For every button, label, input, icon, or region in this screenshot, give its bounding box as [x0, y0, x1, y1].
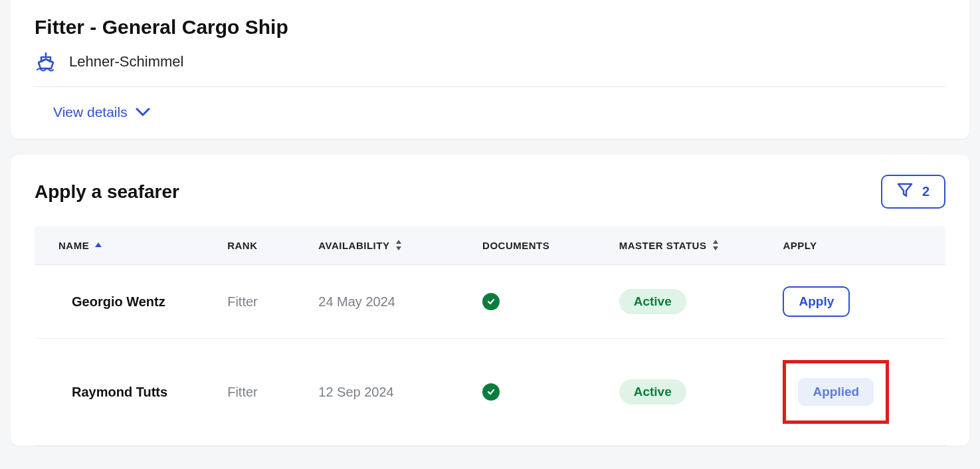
sort-icon	[395, 239, 403, 251]
col-header-name[interactable]: NAME	[35, 226, 217, 265]
chevron-down-icon	[136, 108, 150, 117]
highlight-annotation: Applied	[783, 360, 889, 424]
col-header-availability[interactable]: AVAILABILITY	[308, 226, 472, 265]
company-row: Lehner-Schimmel	[35, 52, 945, 87]
seafarer-name[interactable]: Georgio Wentz	[72, 294, 165, 309]
filter-count: 2	[922, 184, 930, 199]
col-header-master-status[interactable]: MASTER STATUS	[609, 226, 773, 265]
table-row: Georgio Wentz Fitter 24 May 2024 Active …	[35, 265, 945, 339]
view-details-toggle[interactable]: View details	[53, 104, 150, 120]
col-header-apply: APPLY	[772, 226, 945, 265]
col-header-rank: RANK	[217, 226, 308, 265]
col-header-documents: DOCUMENTS	[472, 226, 609, 265]
ship-icon	[35, 52, 57, 72]
applied-badge: Applied	[798, 378, 874, 406]
seafarer-availability: 12 Sep 2024	[318, 385, 393, 399]
job-header-card: Fitter - General Cargo Ship Lehner-Schim…	[11, 0, 969, 139]
company-name: Lehner-Schimmel	[69, 53, 183, 70]
check-circle-icon	[482, 293, 500, 310]
sort-asc-icon	[94, 242, 102, 248]
seafarer-name[interactable]: Raymond Tutts	[72, 385, 167, 399]
view-details-label: View details	[53, 104, 128, 120]
apply-section-title: Apply a seafarer	[35, 181, 179, 203]
table-header-row: NAME RANK AVAILABILITY	[35, 226, 945, 265]
apply-seafarer-card: Apply a seafarer 2 NAME RANK	[11, 155, 969, 446]
status-badge: Active	[619, 289, 686, 314]
apply-button[interactable]: Apply	[783, 286, 850, 317]
filter-button[interactable]: 2	[881, 175, 945, 209]
apply-section-header: Apply a seafarer 2	[35, 175, 945, 209]
seafarer-availability: 24 May 2024	[318, 294, 395, 309]
seafarer-rank: Fitter	[227, 294, 258, 309]
sort-icon	[712, 239, 720, 251]
status-badge: Active	[619, 379, 686, 405]
filter-icon	[897, 183, 913, 201]
table-row: Raymond Tutts Fitter 12 Sep 2024 Active …	[35, 339, 945, 446]
seafarer-rank: Fitter	[227, 385, 258, 399]
check-circle-icon	[482, 383, 500, 401]
seafarer-table: NAME RANK AVAILABILITY	[35, 226, 945, 446]
job-title: Fitter - General Cargo Ship	[35, 16, 945, 39]
